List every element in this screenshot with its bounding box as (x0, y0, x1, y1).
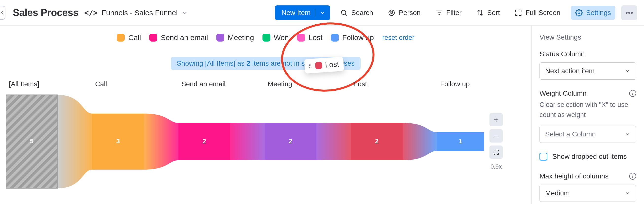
search-icon (340, 9, 348, 16)
legend-item-lost[interactable]: Lost (297, 33, 322, 42)
sort-icon (476, 9, 484, 16)
label-text: Weight Column (540, 90, 586, 97)
funnel-value: 3 (116, 137, 120, 145)
reset-order-link[interactable]: reset order (382, 34, 414, 42)
filter-icon (436, 9, 443, 16)
more-menu-button[interactable]: ••• (621, 5, 637, 20)
stage-label: Lost (353, 80, 439, 88)
chevron-left-icon (0, 10, 6, 16)
content: Call Send an email Meeting Won Lost Foll… (0, 25, 644, 204)
zoom-out-button[interactable]: − (490, 129, 503, 143)
stage-label: Call (94, 80, 180, 88)
filter-button[interactable]: Filter (431, 6, 466, 20)
legend-label: Meeting (228, 33, 254, 42)
select-value: Next action item (545, 67, 595, 75)
legend-item-meeting[interactable]: Meeting (216, 33, 254, 42)
info-count: 2 (246, 60, 250, 67)
legend: Call Send an email Meeting Won Lost Foll… (6, 33, 526, 42)
sort-button[interactable]: Sort (472, 6, 504, 20)
header: Sales Process </> Funnels - Sales Funnel… (0, 0, 644, 25)
dots-icon: ••• (625, 8, 633, 17)
swatch-icon (262, 34, 270, 42)
weight-column-select[interactable]: Select a Column (540, 126, 636, 143)
search-button[interactable]: Search (336, 6, 378, 20)
legend-item-call[interactable]: Call (117, 33, 141, 42)
zoom-controls: + − 0.9x (489, 113, 503, 170)
code-icon: </> (84, 8, 98, 17)
back-button[interactable] (0, 6, 6, 20)
gear-icon (575, 9, 583, 16)
fullscreen-button[interactable]: Full Screen (510, 6, 565, 20)
main-area: Call Send an email Meeting Won Lost Foll… (0, 25, 531, 204)
funnel-stage-labels: [All Items] Call Send an email Meeting L… (6, 80, 526, 88)
minus-icon: − (494, 131, 498, 141)
person-icon (388, 9, 395, 16)
swatch-icon (297, 34, 305, 42)
checkbox-icon (540, 153, 548, 161)
weight-column-label: Weight Column i (540, 90, 636, 97)
drag-handle-icon: ⠿ (308, 63, 312, 69)
chevron-down-icon (182, 9, 188, 16)
chevron-down-icon (624, 68, 630, 74)
stage-label: [All Items] (8, 80, 94, 88)
info-icon[interactable]: i (629, 173, 636, 180)
funnel-chart: [All Items] Call Send an email Meeting L… (6, 80, 526, 191)
legend-label: Call (128, 33, 141, 42)
new-item-button[interactable]: New Item (275, 5, 330, 20)
view-switcher[interactable]: </> Funnels - Sales Funnel (84, 8, 188, 17)
swatch-icon (216, 34, 224, 42)
funnel-value: 2 (202, 137, 206, 145)
status-column-select[interactable]: Next action item (540, 62, 636, 80)
swatch-icon (149, 34, 157, 42)
checkbox-label: Show dropped out items (552, 153, 627, 161)
settings-label: Settings (586, 9, 611, 17)
select-value: Medium (545, 189, 570, 197)
stage-label: Send an email (180, 80, 267, 88)
funnel-value: 2 (375, 137, 378, 145)
info-icon[interactable]: i (629, 90, 636, 97)
legend-item-send-email[interactable]: Send an email (149, 33, 208, 42)
svg-point-0 (342, 10, 346, 14)
plus-icon: + (494, 115, 498, 124)
legend-item-won[interactable]: Won (262, 33, 289, 42)
select-placeholder: Select a Column (545, 130, 596, 138)
label-text: Status Column (540, 50, 585, 58)
swatch-icon (315, 62, 322, 69)
svg-line-1 (345, 14, 347, 15)
status-column-label: Status Column (540, 50, 636, 58)
legend-label: Follow up (342, 33, 374, 42)
funnel-value: 5 (30, 137, 34, 145)
search-label: Search (351, 9, 373, 17)
max-height-select[interactable]: Medium (540, 185, 636, 202)
person-button[interactable]: Person (384, 6, 425, 20)
stage-label: Meeting (267, 80, 353, 88)
svg-point-3 (391, 11, 392, 13)
zoom-in-button[interactable]: + (490, 113, 503, 126)
legend-label: Send an email (161, 33, 208, 42)
stage-label: Follow up (439, 80, 526, 88)
legend-label: Won (274, 33, 289, 42)
swatch-icon (331, 34, 339, 42)
panel-title: View Settings (540, 33, 636, 41)
person-label: Person (399, 9, 421, 17)
settings-button[interactable]: Settings (571, 6, 616, 20)
funnel-svg: 5 3 2 2 2 1 (6, 93, 484, 191)
info-text: Showing [All Items] as (177, 60, 246, 67)
funnel-value: 1 (459, 137, 462, 145)
drag-chip-label: Lost (325, 60, 340, 69)
weight-column-helper: Clear selection with "X" to use count as… (540, 100, 636, 120)
chevron-down-icon (624, 190, 630, 196)
swatch-icon (117, 34, 125, 42)
legend-item-followup[interactable]: Follow up (331, 33, 374, 42)
view-switcher-label: Funnels - Sales Funnel (102, 8, 178, 17)
chevron-down-icon (624, 131, 630, 137)
show-dropped-checkbox[interactable]: Show dropped out items (540, 153, 636, 161)
legend-drag-chip[interactable]: ⠿ Lost (304, 57, 344, 74)
page-title: Sales Process (13, 7, 78, 18)
funnel-value: 2 (289, 137, 292, 145)
new-item-label: New Item (282, 9, 310, 17)
zoom-fit-button[interactable] (490, 145, 503, 159)
fullscreen-icon (514, 9, 522, 16)
max-height-label: Max height of columns i (540, 172, 636, 180)
label-text: Max height of columns (540, 172, 608, 180)
